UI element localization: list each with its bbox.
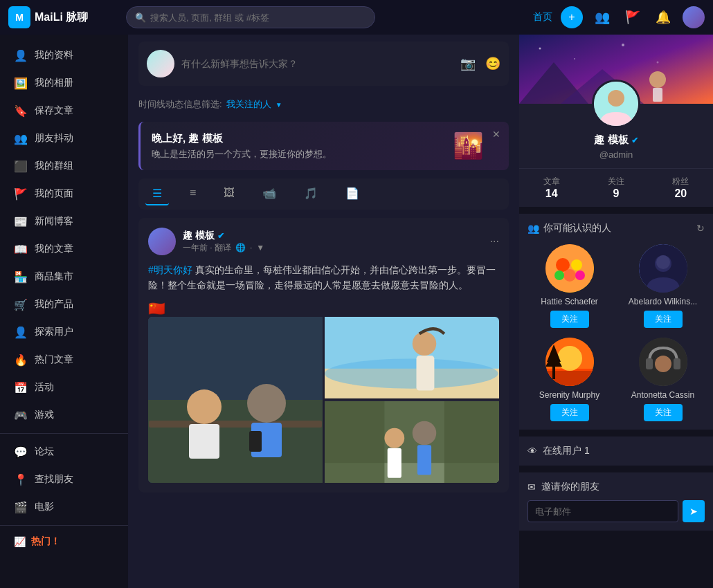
follow-button-abelardo[interactable]: 关注 [644,311,683,328]
profile-stat-articles[interactable]: 文章 14 [519,176,584,200]
person-avatar-antonetta[interactable] [639,338,687,386]
svg-rect-16 [444,401,499,483]
bell-icon[interactable]: 🔔 [652,6,674,28]
sidebar-item-news[interactable]: 📰 新闻博客 [0,208,128,235]
tab-all[interactable]: ☰ [145,183,169,205]
post-translate-arrow: · [250,243,252,252]
tab-photo[interactable]: 🖼 [217,183,242,205]
sidebar-label-hot: 热门！ [31,535,60,548]
post-hashtag[interactable]: #明天你好 [148,264,192,275]
sidebar-item-articles[interactable]: 📖 我的文章 [0,235,128,263]
person-name-hattie: Hattie Schaefer [541,297,598,306]
author-name-text[interactable]: 趣 模板 [183,230,215,242]
profile-stat-followers[interactable]: 粉丝 20 [649,176,713,200]
svg-point-43 [557,346,582,371]
filter-value[interactable]: 我关注的人 [226,98,271,111]
sidebar-item-forum[interactable]: 💬 论坛 [0,438,128,466]
person-card-hattie: Hattie Schaefer 关注 [527,244,611,328]
online-label: 在线用户 1 [543,445,590,457]
sidebar-item-profile[interactable]: 👤 我的资料 [0,42,128,69]
flag-icon[interactable]: 🚩 [622,6,644,28]
location-icon: 📍 [14,472,28,486]
post-author-avatar[interactable] [148,228,176,255]
logo-icon: M [8,6,30,28]
svg-point-34 [571,259,582,270]
svg-point-10 [325,358,498,388]
person-name-antonetta: Antonetta Cassin [631,390,694,400]
friends-icon[interactable]: 👥 [591,6,613,28]
sidebar-label-articles: 我的文章 [35,243,73,255]
svg-point-35 [563,269,576,282]
sidebar-item-trending[interactable]: 🔥 热门文章 [0,346,128,374]
people-section: 👥 你可能认识的人 ↻ [519,214,713,430]
sidebar-item-market[interactable]: 🏪 商品集市 [0,263,128,291]
bookmark-icon: 🔖 [14,104,28,118]
follow-button-hattie[interactable]: 关注 [550,311,589,328]
events-icon: 📅 [14,380,28,394]
trending-icon: 🔥 [14,353,28,367]
invite-send-button[interactable]: ➤ [683,500,705,522]
sidebar-item-movies[interactable]: 🎬 电影 [0,493,128,521]
nav-home-link[interactable]: 首页 [533,11,552,24]
sidebar-item-find-friends[interactable]: 📍 查找朋友 [0,466,128,493]
post-image-top-right[interactable] [325,317,499,399]
hot-trend-icon: 📈 [14,536,26,547]
greeting-title: 晚上好, 趣 模板 [152,132,332,145]
profile-stat-followers-value: 20 [649,187,713,200]
people-section-title: 👥 你可能认识的人 [527,222,611,235]
tab-text[interactable]: ≡ [183,183,203,205]
market-icon: 🏪 [14,270,28,284]
composer-input[interactable] [181,58,453,69]
chevron-down-icon[interactable]: ▼ [276,101,282,109]
sidebar-item-explore[interactable]: 👤 探索用户 [0,318,128,346]
top-navigation: M MaiLi 脉聊 🔍 首页 + 👥 🚩 🔔 [0,0,713,35]
post-lang-option[interactable]: ▼ [256,243,264,252]
post-flag-emoji: 🇨🇳 [148,300,499,317]
sidebar-item-hot[interactable]: 📈 热门！ [0,530,128,553]
sidebar-item-products[interactable]: 🛒 我的产品 [0,291,128,318]
profile-name-text[interactable]: 趣 模板 [594,134,628,147]
tab-file[interactable]: 📄 [339,183,366,205]
person-avatar-hattie[interactable] [545,244,594,293]
close-icon[interactable]: ✕ [492,129,500,140]
sidebar-item-groups[interactable]: ⬛ 我的群组 [0,152,128,180]
follow-button-serenity[interactable]: 关注 [550,404,589,421]
online-section: 👁 在线用户 1 [519,437,713,466]
refresh-icon[interactable]: ↻ [696,223,705,234]
post-text: #明天你好 真实的生命里，每桩伟业都由信心开始，并由信心跨出第一步。要冒一险！整… [148,262,499,293]
person-avatar-serenity[interactable] [545,338,594,386]
add-button[interactable]: + [561,6,583,28]
profile-stat-following[interactable]: 关注 9 [584,176,648,200]
camera-icon[interactable]: 📷 [460,56,476,71]
products-icon: 🛒 [14,297,28,311]
profile-avatar[interactable] [592,80,640,128]
sidebar-item-album[interactable]: 🖼️ 我的相册 [0,69,128,97]
sidebar-item-saved[interactable]: 🔖 保存文章 [0,97,128,125]
sidebar-label-market: 商品集市 [35,270,73,283]
composer-icons: 📷 😊 [460,56,500,71]
tab-video[interactable]: 📹 [255,183,283,205]
svg-rect-20 [417,445,431,475]
person-name-abelardo: Abelardo Wilkins... [629,297,697,306]
svg-rect-12 [416,356,434,390]
post-images [148,317,499,483]
sidebar-item-events[interactable]: 📅 活动 [0,374,128,401]
post-image-main[interactable] [148,317,323,483]
search-input[interactable] [150,12,366,23]
emoji-icon[interactable]: 😊 [485,56,500,71]
sidebar-item-pages[interactable]: 🚩 我的页面 [0,180,128,208]
user-avatar[interactable] [683,6,705,28]
post-image-bottom-right[interactable] [325,401,499,483]
person-avatar-abelardo[interactable] [639,244,687,293]
person-name-serenity: Serenity Murphy [539,390,599,400]
post-options-menu[interactable]: ··· [490,235,499,248]
svg-point-23 [574,58,575,59]
sidebar-item-games[interactable]: 🎮 游戏 [0,401,128,429]
tab-music[interactable]: 🎵 [297,183,325,205]
sidebar-item-friends-nudge[interactable]: 👥 朋友抖动 [0,125,128,152]
sidebar-label-events: 活动 [35,381,54,394]
search-bar[interactable]: 🔍 [126,6,375,28]
follow-button-antonetta[interactable]: 关注 [644,404,683,421]
globe-icon: 🌐 [235,243,246,252]
invite-email-input[interactable] [527,500,678,522]
